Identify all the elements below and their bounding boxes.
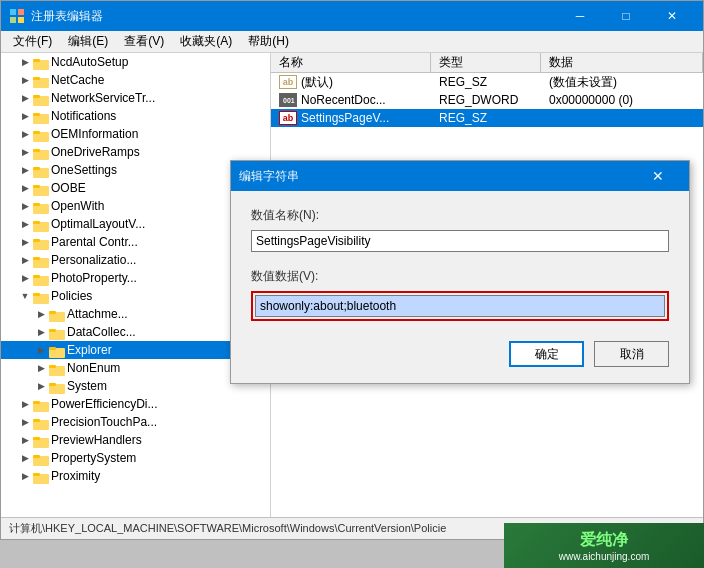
table-header: 名称 类型 数据 — [271, 53, 703, 73]
tree-item-oeminformation[interactable]: ▶ OEMInformation — [1, 125, 270, 143]
watermark-url: www.aichunjing.com — [559, 551, 650, 562]
window-title: 注册表编辑器 — [31, 8, 557, 25]
maximize-button[interactable]: □ — [603, 1, 649, 31]
cancel-button[interactable]: 取消 — [594, 341, 669, 367]
menu-view[interactable]: 查看(V) — [116, 31, 172, 52]
tree-item-propertysystem[interactable]: ▶ PropertySystem — [1, 449, 270, 467]
tree-label: Policies — [51, 289, 92, 303]
col-header-data: 数据 — [541, 53, 703, 72]
reg-binary-icon: 001 — [279, 93, 297, 107]
expand-icon: ▶ — [17, 396, 33, 412]
minimize-button[interactable]: ─ — [557, 1, 603, 31]
menu-favorites[interactable]: 收藏夹(A) — [172, 31, 240, 52]
folder-icon — [33, 128, 49, 140]
tree-label: PrecisionTouchPa... — [51, 415, 157, 429]
edit-string-dialog[interactable]: 编辑字符串 ✕ 数值名称(N): 数值数据(V): 确定 取消 — [230, 160, 690, 384]
reg-sz-icon: ab — [279, 75, 297, 89]
svg-rect-37 — [49, 347, 56, 350]
value-name-input[interactable] — [251, 230, 669, 252]
close-button[interactable]: ✕ — [649, 1, 695, 31]
tree-label: Attachme... — [67, 307, 128, 321]
folder-icon — [33, 272, 49, 284]
dialog-title-bar: 编辑字符串 ✕ — [231, 161, 689, 191]
svg-rect-31 — [33, 293, 40, 296]
tree-label: OptimalLayoutV... — [51, 217, 145, 231]
table-row[interactable]: ab (默认) REG_SZ (数值未设置) — [271, 73, 703, 91]
cell-name-0: ab (默认) — [271, 74, 431, 91]
expand-icon: ▶ — [17, 162, 33, 178]
expand-icon: ▶ — [17, 108, 33, 124]
tree-label: Explorer — [67, 343, 112, 357]
tree-label: Notifications — [51, 109, 116, 123]
tree-label: OneDriveRamps — [51, 145, 140, 159]
menu-help[interactable]: 帮助(H) — [240, 31, 297, 52]
menu-bar: 文件(F) 编辑(E) 查看(V) 收藏夹(A) 帮助(H) — [1, 31, 703, 53]
tree-label: OEMInformation — [51, 127, 138, 141]
reg-name-1: NoRecentDoc... — [301, 93, 386, 107]
folder-icon — [33, 254, 49, 266]
cell-name-1: 001 NoRecentDoc... — [271, 93, 431, 107]
expand-icon: ▶ — [17, 144, 33, 160]
svg-rect-23 — [33, 221, 40, 224]
folder-icon — [33, 164, 49, 176]
tree-label: OpenWith — [51, 199, 104, 213]
expand-icon: ▶ — [33, 378, 49, 394]
dialog-buttons: 确定 取消 — [251, 341, 669, 367]
expand-icon: ▶ — [17, 54, 33, 70]
menu-edit[interactable]: 编辑(E) — [60, 31, 116, 52]
cell-type-0: REG_SZ — [431, 75, 541, 89]
svg-rect-43 — [33, 401, 40, 404]
tree-label: OOBE — [51, 181, 86, 195]
folder-icon — [49, 308, 65, 320]
tree-item-networkservicetr[interactable]: ▶ NetworkServiceTr... — [1, 89, 270, 107]
folder-icon — [33, 182, 49, 194]
svg-rect-0 — [10, 9, 16, 15]
cell-data-1: 0x00000000 (0) — [541, 93, 703, 107]
svg-rect-9 — [33, 95, 40, 98]
svg-rect-51 — [33, 473, 40, 476]
tree-item-notifications[interactable]: ▶ Notifications — [1, 107, 270, 125]
svg-rect-47 — [33, 437, 40, 440]
tree-item-powerefficiencydi[interactable]: ▶ PowerEfficiencyDi... — [1, 395, 270, 413]
folder-icon — [33, 110, 49, 122]
folder-icon — [49, 326, 65, 338]
svg-text:001: 001 — [283, 97, 295, 104]
watermark-brand: 爱纯净 — [580, 530, 628, 551]
tree-label: DataCollec... — [67, 325, 136, 339]
svg-rect-21 — [33, 203, 40, 206]
expand-icon: ▶ — [17, 450, 33, 466]
ok-button[interactable]: 确定 — [509, 341, 584, 367]
tree-item-ncdautosetup[interactable]: ▶ NcdAutoSetup — [1, 53, 270, 71]
tree-label: PropertySystem — [51, 451, 136, 465]
tree-item-precisiontouchpa[interactable]: ▶ PrecisionTouchPa... — [1, 413, 270, 431]
tree-label: NonEnum — [67, 361, 120, 375]
table-row-selected[interactable]: ab SettingsPageV... REG_SZ — [271, 109, 703, 127]
value-name-label: 数值名称(N): — [251, 207, 669, 224]
svg-rect-7 — [33, 77, 40, 80]
cell-name-2: ab SettingsPageV... — [271, 111, 431, 125]
svg-rect-11 — [33, 113, 40, 116]
expand-icon: ▶ — [17, 468, 33, 484]
tree-item-proximity[interactable]: ▶ Proximity — [1, 467, 270, 485]
expand-icon: ▶ — [33, 342, 49, 358]
table-row[interactable]: 001 NoRecentDoc... REG_DWORD 0x00000000 … — [271, 91, 703, 109]
svg-rect-41 — [49, 383, 56, 386]
title-bar: 注册表编辑器 ─ □ ✕ — [1, 1, 703, 31]
value-data-input[interactable] — [255, 295, 665, 317]
tree-label: NetworkServiceTr... — [51, 91, 155, 105]
menu-file[interactable]: 文件(F) — [5, 31, 60, 52]
folder-icon — [33, 434, 49, 446]
value-data-container — [251, 291, 669, 321]
tree-item-onedriveramps[interactable]: ▶ OneDriveRamps — [1, 143, 270, 161]
reg-name-0: (默认) — [301, 74, 333, 91]
expand-icon: ▶ — [17, 90, 33, 106]
expand-icon: ▶ — [33, 360, 49, 376]
expand-icon: ▶ — [17, 72, 33, 88]
folder-icon — [33, 56, 49, 68]
dialog-close-button[interactable]: ✕ — [635, 161, 681, 191]
expand-icon-policies: ▼ — [17, 288, 33, 304]
tree-item-netcache[interactable]: ▶ NetCache — [1, 71, 270, 89]
tree-item-previewhandlers[interactable]: ▶ PreviewHandlers — [1, 431, 270, 449]
folder-icon — [33, 236, 49, 248]
expand-icon: ▶ — [17, 234, 33, 250]
